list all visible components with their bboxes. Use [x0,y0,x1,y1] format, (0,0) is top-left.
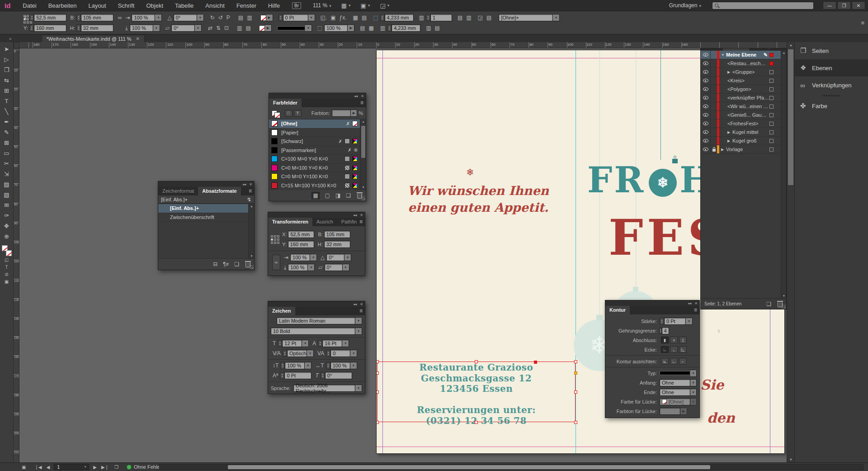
horizontal-scale-field[interactable]: 100 % [330,362,350,369]
menu-item[interactable]: Objekt [140,2,169,9]
bridge-button[interactable]: Br [292,2,301,9]
layers-panel-button[interactable]: ❖ Ebenen [795,59,868,76]
align-icons[interactable]: ▤ [238,14,243,21]
zoom-level-control[interactable]: 111 %▾ [313,2,331,9]
style-group-button[interactable]: ⊟ [213,261,217,267]
page-number-field[interactable]: 1 ▾ [54,464,89,470]
screen-mode-button[interactable]: ▣▾ [361,2,370,9]
selection-square[interactable] [769,105,774,109]
gutter-stepper[interactable]: ▴▾ [387,24,392,32]
rotation-dropdown[interactable]: ▾ [197,14,204,21]
default-fill-stroke-icon[interactable]: ◱ [1,256,12,263]
scissors-tool[interactable]: ✂ [1,158,12,169]
selection-square[interactable] [769,122,774,126]
paragraph-spacing-icons[interactable]: ▥ [426,25,431,31]
next-page-button[interactable]: ▶ [93,465,97,470]
new-color-group-button[interactable]: ▢ [325,192,330,199]
resize-grip[interactable] [782,304,786,309]
language-field[interactable]: Deutsch: 2006 Rechtschreibr... [293,385,355,392]
preflight-icon[interactable]: ▣ [22,465,26,470]
scale-y-field[interactable]: 100 % [130,24,153,32]
rotate-cw-button[interactable]: ↻ [210,14,215,21]
selection-square[interactable] [769,139,774,143]
formatting-affects-icon[interactable]: T [1,263,12,271]
bevel-join-button[interactable]: ◺ [679,346,687,353]
miter-join-button[interactable]: ∟ [661,346,669,353]
tracking-field[interactable]: 0 [330,350,350,357]
baseline-shift-field[interactable]: 0 Pt [284,372,311,379]
scale-x-dropdown[interactable]: ▾ [155,14,162,21]
reference-point-proxy[interactable] [271,235,279,244]
stroke-proxy-icon[interactable] [274,112,280,118]
rotation-field[interactable]: 0° [326,254,344,261]
fill-color-swatch[interactable] [260,15,266,21]
x-field[interactable]: 52,5 mm [34,14,66,21]
frame-handle[interactable] [574,390,577,394]
width-stepper[interactable]: ▴▾ [76,14,81,21]
font-style-field[interactable]: 10 Bold [271,328,355,335]
show-swatch-kinds-button[interactable]: ▦ [311,192,319,199]
leading-dropdown[interactable]: ▾ [342,340,349,347]
language-dropdown[interactable]: ▾ [355,385,362,392]
note-tool[interactable]: ✉ [1,200,12,210]
stroke-color-swatch[interactable] [259,25,265,31]
close-icon[interactable]: ✕ [694,301,698,305]
visibility-toggle[interactable] [701,51,711,59]
tracking-dropdown[interactable]: ▾ [350,350,357,357]
menu-item[interactable]: Layout [83,2,112,9]
scale-y-dropdown[interactable]: ▾ [308,264,315,271]
vertical-ruler[interactable]: 0102030405060708090100110120130140150160… [14,48,19,462]
swatch-row[interactable]: C=15 M=100 Y=100 K=0 ✗ ⊕ [269,181,360,190]
expand-arrow-icon[interactable]: ▶ [727,130,732,134]
layer-row[interactable]: <Genieß... Gaumenfreu...> ✎ [701,111,781,119]
style-override-icon[interactable]: ↯ [247,196,251,203]
visibility-toggle[interactable] [701,68,711,76]
inset-field[interactable]: 4,233 mm [385,14,414,21]
expand-arrow-icon[interactable]: ▼ [721,53,726,57]
shear-field[interactable]: 0° [171,24,195,32]
layer-name[interactable]: <Restau...eschmacksg...> [727,61,768,66]
expand-arrow-icon[interactable]: ▶ [721,147,726,152]
visibility-toggle[interactable] [701,137,711,145]
distribute-bottom-icons[interactable]: ▤ [245,25,250,31]
vertical-scale-dropdown[interactable]: ▾ [305,362,311,369]
scale-x-dropdown[interactable]: ▾ [310,254,317,261]
scale-x-field[interactable]: 100 % [132,14,155,21]
vertical-justify-icons[interactable]: ▤ [360,25,365,31]
layer-row[interactable]: <Kreis> ✎ [701,76,781,85]
layer-name[interactable]: <Wir wü...einen guten ...> [727,104,769,109]
links-panel-button[interactable]: ∞ Verknüpfungen [795,76,868,94]
font-family-field[interactable]: Latin Modern Roman [277,317,355,324]
tracking-stepper[interactable]: ▴▾ [326,350,330,357]
frame-handle[interactable] [475,421,478,424]
content-collector-tool[interactable]: ⊞ [1,86,12,96]
first-page-button[interactable]: ❘◀ [34,465,42,470]
layer-row[interactable]: <verknüpfter Pfad> ✎ [701,94,781,102]
fill-stroke-proxy[interactable] [2,245,12,256]
inset-stepper[interactable]: ▴▾ [380,14,385,21]
greeting-line-2[interactable]: einen guten Appetit. [377,200,580,214]
color-panel-button[interactable]: ✤ Farbe [795,97,868,114]
scale-x-field[interactable]: 100 % [290,254,310,261]
shear-field[interactable]: 0° [325,264,343,271]
gap-tool[interactable]: ⇆ [1,75,12,86]
y-field[interactable]: 160 mm [288,241,314,248]
layer-row[interactable]: <Wir wü...einen guten ...> ✎ [701,102,781,111]
visibility-toggle[interactable] [701,85,711,93]
layer-row[interactable]: ▶ Vorlage ✎ [701,145,781,154]
ruler-origin-box[interactable] [14,42,19,48]
style-scrollbar[interactable]: ▲ ▼ [248,204,254,258]
greeting-line-1[interactable]: Wir wünschen Ihnen [377,184,580,198]
start-field[interactable]: Ohne [660,379,690,386]
align-inside-button[interactable]: ∟ [670,358,678,365]
frame-handle[interactable] [475,360,478,363]
swatch-row[interactable]: [Passermarken] ✗ ⊕ [269,146,360,155]
selection-square[interactable] [769,79,774,83]
collapse-icon[interactable]: ◂◂ [353,213,357,217]
minimize-button[interactable]: — [823,1,836,10]
projecting-cap-button[interactable]: ▯ [679,337,687,343]
panel-titlebar[interactable]: ◂◂ ✕ [605,300,699,306]
frame-handle-guide[interactable] [574,371,577,375]
distribute-icons[interactable]: ▥ [247,14,252,21]
selection-square[interactable] [769,130,774,134]
